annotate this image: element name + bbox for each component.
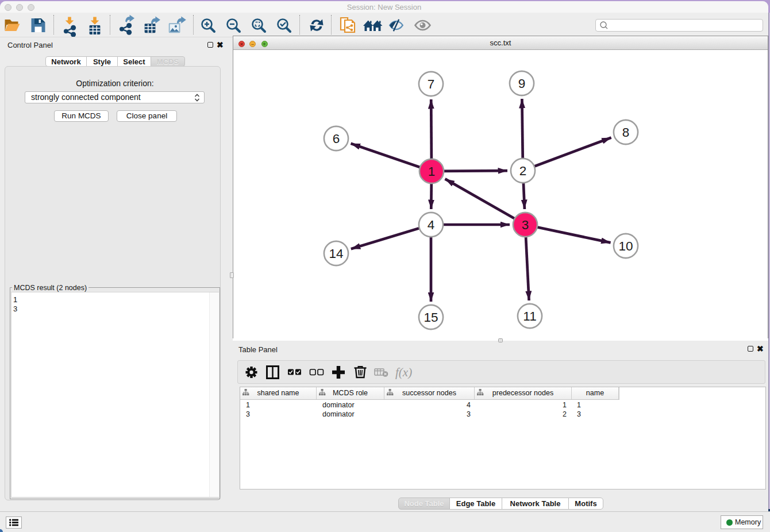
svg-text:f(x): f(x) — [395, 365, 412, 379]
svg-text:6: 6 — [333, 132, 340, 146]
svg-text:4: 4 — [428, 218, 435, 232]
svg-text:10: 10 — [618, 239, 633, 253]
svg-text:1: 1 — [428, 164, 436, 179]
svg-text:7: 7 — [428, 77, 435, 91]
svg-text:3: 3 — [522, 218, 529, 232]
svg-text:15: 15 — [424, 310, 438, 325]
svg-text:11: 11 — [523, 309, 536, 323]
svg-text:2: 2 — [519, 164, 527, 178]
svg-text:9: 9 — [518, 76, 526, 91]
svg-text:8: 8 — [622, 125, 630, 140]
svg-text:14: 14 — [329, 246, 343, 261]
